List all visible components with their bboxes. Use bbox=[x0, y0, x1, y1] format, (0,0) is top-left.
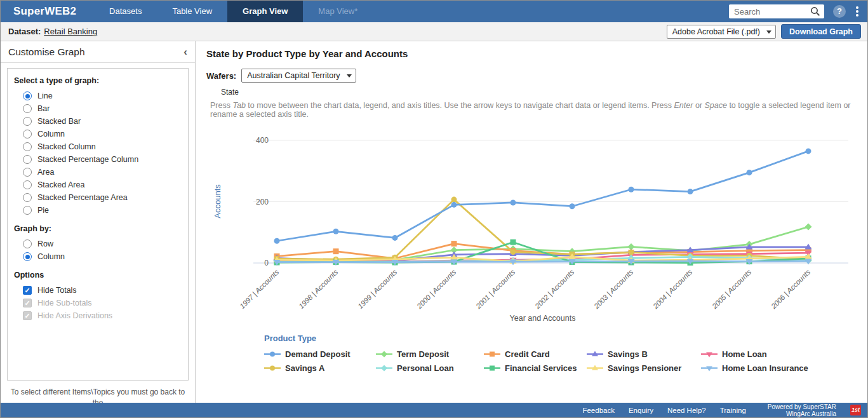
graph-type-line[interactable]: Line bbox=[14, 90, 182, 102]
search-icon[interactable] bbox=[810, 6, 820, 17]
powered-by-text: Powered by SuperSTARWingArc Australia bbox=[768, 403, 836, 417]
wafer-select-value: Australian Capital Territory bbox=[247, 71, 340, 80]
collapse-panel-icon[interactable]: ‹ bbox=[184, 46, 187, 57]
tab-datasets[interactable]: Datasets bbox=[94, 1, 157, 22]
option-label: Row bbox=[37, 239, 53, 248]
radio-icon bbox=[23, 193, 32, 202]
graph-type-bar[interactable]: Bar bbox=[14, 102, 182, 115]
option-label: Stacked Percentage Area bbox=[37, 193, 128, 202]
legend-item-demand-deposit[interactable]: Demand Deposit bbox=[264, 349, 376, 359]
legend-item-financial-services[interactable]: Financial Services bbox=[484, 363, 587, 373]
legend-item-home-loan-insurance[interactable]: Home Loan Insurance bbox=[701, 363, 867, 373]
tab-graph-view[interactable]: Graph View bbox=[227, 1, 303, 22]
legend-label: Personal Loan bbox=[397, 363, 454, 373]
app-window: SuperWEB2 Datasets Table View Graph View… bbox=[0, 0, 868, 418]
options-checkboxes: ✓Hide Totals✓Hide Sub-totals✓Hide Axis D… bbox=[14, 284, 182, 322]
legend-item-term-deposit[interactable]: Term Deposit bbox=[376, 349, 484, 359]
graph-type-options: LineBarStacked BarColumnStacked ColumnSt… bbox=[14, 90, 182, 217]
savings-pensioner-marker-icon bbox=[587, 364, 603, 372]
legend-item-savings-pensioner[interactable]: Savings Pensioner bbox=[587, 363, 701, 373]
radio-icon bbox=[23, 180, 32, 189]
legend-item-home-loan[interactable]: Home Loan bbox=[701, 349, 867, 359]
x-tick-label: 1998 | Accounts bbox=[297, 268, 340, 311]
legend-label: Demand Deposit bbox=[285, 349, 351, 359]
home-loan-marker-icon bbox=[701, 350, 718, 358]
dataset-link[interactable]: Retail Banking bbox=[44, 27, 97, 36]
option-label: Stacked Column bbox=[37, 142, 96, 151]
legend-item-savings-a[interactable]: Savings A bbox=[264, 363, 376, 373]
chevron-down-icon bbox=[347, 74, 352, 78]
legend-label: Financial Services bbox=[505, 363, 577, 373]
graph-type-heading: Select a type of graph: bbox=[14, 76, 182, 85]
footer-link-training[interactable]: Training bbox=[720, 407, 746, 414]
wafer-select[interactable]: Australian Capital Territory bbox=[241, 69, 356, 83]
graph-type-pie[interactable]: Pie bbox=[14, 204, 182, 217]
download-graph-button[interactable]: Download Graph bbox=[781, 24, 861, 39]
graph-type-stacked-percentage-area[interactable]: Stacked Percentage Area bbox=[14, 191, 182, 204]
option-label: Area bbox=[37, 168, 54, 177]
option-label: Line bbox=[37, 91, 53, 100]
chart-area: 0200400Accounts1997 | Accounts1998 | Acc… bbox=[210, 128, 867, 332]
legend-item-savings-b[interactable]: Savings B bbox=[587, 349, 701, 359]
top-nav: SuperWEB2 Datasets Table View Graph View… bbox=[1, 1, 867, 22]
legend-item-personal-loan[interactable]: Personal Loan bbox=[376, 363, 484, 373]
graph-type-stacked-bar[interactable]: Stacked Bar bbox=[14, 115, 182, 128]
radio-icon bbox=[23, 130, 32, 138]
savings-a-marker-icon bbox=[264, 364, 281, 372]
x-tick-label: 2004 | Accounts bbox=[651, 268, 693, 311]
option-label: Stacked Bar bbox=[37, 117, 81, 126]
graph-type-area[interactable]: Area bbox=[14, 166, 182, 179]
graph-type-stacked-column[interactable]: Stacked Column bbox=[14, 140, 182, 153]
chart-title: State by Product Type by Year and Accoun… bbox=[196, 41, 867, 59]
graph-by-column[interactable]: Column bbox=[14, 250, 182, 263]
footer-link-feedback[interactable]: Feedback bbox=[582, 407, 615, 414]
download-format-select[interactable]: Adobe Acrobat File (.pdf) bbox=[667, 25, 776, 39]
x-tick-label: 1999 | Accounts bbox=[356, 268, 399, 311]
help-icon[interactable]: ? bbox=[833, 5, 846, 18]
graph-type-stacked-area[interactable]: Stacked Area bbox=[14, 179, 182, 191]
option-hide-totals[interactable]: ✓Hide Totals bbox=[14, 284, 182, 297]
savings-b-marker-icon bbox=[587, 350, 603, 358]
wafer-axis-name: State bbox=[196, 83, 867, 97]
option-hide-axis-derivations: ✓Hide Axis Derivations bbox=[14, 309, 182, 322]
x-tick-label: 2003 | Accounts bbox=[592, 268, 634, 311]
footer-link-enquiry[interactable]: Enquiry bbox=[629, 407, 653, 414]
legend-item-credit-card[interactable]: Credit Card bbox=[484, 349, 587, 359]
panel-title: Customise Graph bbox=[8, 46, 85, 58]
term-deposit-marker-icon bbox=[376, 350, 392, 358]
line-chart[interactable]: 0200400Accounts1997 | Accounts1998 | Acc… bbox=[210, 128, 864, 330]
app-brand: SuperWEB2 bbox=[1, 5, 94, 18]
tab-map-view[interactable]: Map View* bbox=[303, 1, 373, 22]
option-label: Column bbox=[37, 252, 65, 261]
legend-label: Credit Card bbox=[505, 349, 550, 359]
graph-by-row[interactable]: Row bbox=[14, 238, 182, 250]
chart-legend: Product Type Demand DepositTerm DepositC… bbox=[264, 334, 867, 373]
footer-link-need-help[interactable]: Need Help? bbox=[667, 407, 706, 414]
option-label: Hide Sub-totals bbox=[37, 299, 91, 307]
legend-label: Home Loan bbox=[722, 349, 767, 359]
legend-label: Savings B bbox=[608, 349, 648, 359]
demand-deposit-marker-icon bbox=[264, 350, 281, 358]
credit-card-marker-icon bbox=[484, 350, 500, 358]
x-tick-label: 2002 | Accounts bbox=[533, 268, 575, 311]
customise-graph-panel: Customise Graph ‹ Select a type of graph… bbox=[1, 41, 196, 403]
x-tick-label: 2001 | Accounts bbox=[474, 268, 516, 311]
radio-icon bbox=[23, 168, 32, 177]
option-label: Stacked Percentage Column bbox=[37, 155, 138, 164]
radio-icon bbox=[23, 117, 32, 126]
tab-table-view[interactable]: Table View bbox=[157, 1, 227, 22]
dataset-toolbar: Dataset: Retail Banking Adobe Acrobat Fi… bbox=[1, 22, 867, 41]
home-loan-insurance-marker-icon bbox=[701, 364, 718, 372]
graph-type-stacked-percentage-column[interactable]: Stacked Percentage Column bbox=[14, 153, 182, 166]
radio-icon bbox=[23, 91, 32, 100]
series-demand-deposit[interactable] bbox=[274, 148, 811, 243]
option-label: Hide Axis Derivations bbox=[37, 311, 112, 320]
x-tick-label: 1997 | Accounts bbox=[238, 268, 281, 311]
option-label: Pie bbox=[37, 206, 49, 215]
dataset-label: Dataset: bbox=[8, 27, 41, 36]
radio-icon bbox=[23, 206, 32, 215]
y-tick-label: 400 bbox=[256, 136, 269, 145]
y-tick-label: 0 bbox=[264, 259, 269, 267]
more-options-icon[interactable] bbox=[856, 6, 858, 17]
graph-type-column[interactable]: Column bbox=[14, 128, 182, 140]
